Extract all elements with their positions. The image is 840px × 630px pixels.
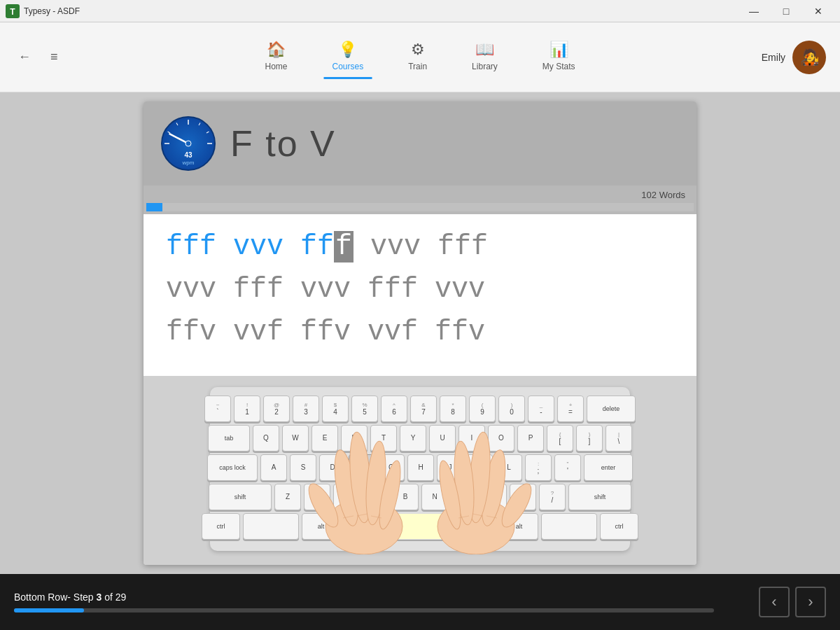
- key-shift-left[interactable]: shift: [209, 484, 272, 510]
- key-l[interactable]: L: [496, 454, 522, 481]
- nav-right: Emily 🧑‍🎤: [762, 41, 826, 74]
- key-tilde[interactable]: ~`: [204, 396, 231, 422]
- key-5[interactable]: %5: [351, 396, 378, 422]
- key-ctrl-right[interactable]: ctrl: [600, 513, 638, 540]
- nav-item-library[interactable]: 📖 Library: [463, 35, 506, 79]
- typing-area[interactable]: fff vvv fff vvv fff vvv fff vvv fff vvv …: [144, 214, 696, 376]
- key-shift-right[interactable]: shift: [568, 484, 631, 510]
- keyboard: ~` !1 @2 #3 $4 %5 ^6 &7 *8 (9 )0 _- += d…: [210, 387, 630, 551]
- minimize-button[interactable]: —: [738, 0, 770, 22]
- word-vvv-1: vvv: [233, 231, 284, 262]
- key-g[interactable]: G: [378, 454, 405, 481]
- key-e[interactable]: E: [312, 425, 338, 451]
- user-avatar[interactable]: 🧑‍🎤: [792, 41, 826, 74]
- menu-icon: ≡: [50, 50, 58, 64]
- key-3[interactable]: #3: [293, 396, 319, 422]
- back-button[interactable]: ←: [14, 46, 35, 69]
- key-lbracket[interactable]: {[: [547, 425, 573, 451]
- key-capslock[interactable]: caps lock: [207, 454, 258, 481]
- key-win-right[interactable]: [541, 513, 597, 540]
- key-n[interactable]: N: [421, 484, 448, 510]
- prev-button[interactable]: ‹: [759, 587, 790, 617]
- key-i[interactable]: I: [458, 425, 485, 451]
- key-win[interactable]: [243, 513, 299, 540]
- key-slash[interactable]: ?/: [539, 484, 566, 510]
- nav-mystats-label: My Stats: [542, 62, 575, 71]
- key-semicolon[interactable]: :;: [525, 454, 552, 481]
- key-9[interactable]: (9: [469, 396, 496, 422]
- key-t[interactable]: T: [370, 425, 397, 451]
- key-backslash[interactable]: |\: [606, 425, 632, 451]
- text-line-1: fff vvv fff vvv fff: [166, 231, 674, 262]
- app-icon: T: [6, 4, 20, 18]
- key-ctrl-left[interactable]: ctrl: [202, 513, 240, 540]
- key-backspace[interactable]: delete: [587, 396, 636, 422]
- word-fff-1: fff: [166, 231, 216, 262]
- nav-courses-label: Courses: [332, 62, 364, 71]
- next-button[interactable]: ›: [795, 587, 826, 617]
- key-a[interactable]: A: [260, 454, 287, 481]
- key-0[interactable]: )0: [498, 396, 525, 422]
- key-minus[interactable]: _-: [528, 396, 554, 422]
- key-f[interactable]: F: [349, 454, 375, 481]
- lesson-container: 43 wpm F to V 102 Words fff vvv fff vvv …: [144, 102, 696, 565]
- maximize-button[interactable]: □: [770, 0, 802, 22]
- key-r[interactable]: R: [341, 425, 368, 451]
- user-name: Emily: [762, 52, 785, 63]
- nav-item-mystats[interactable]: 📊 My Stats: [534, 35, 584, 79]
- key-space[interactable]: [343, 513, 497, 540]
- back-icon: ←: [18, 50, 31, 64]
- key-equals[interactable]: +=: [557, 396, 584, 422]
- key-z[interactable]: Z: [274, 484, 301, 510]
- key-p[interactable]: P: [517, 425, 544, 451]
- lesson-title: F to V: [230, 122, 336, 164]
- nav-left: ← ≡: [14, 46, 62, 69]
- home-icon: 🏠: [267, 41, 286, 59]
- avatar-emoji: 🧑‍🎤: [800, 48, 819, 66]
- nav-item-home[interactable]: 🏠 Home: [257, 35, 296, 79]
- key-alt-left[interactable]: alt: [302, 513, 340, 540]
- mystats-icon: 📊: [550, 41, 568, 59]
- key-row-numbers: ~` !1 @2 #3 $4 %5 ^6 &7 *8 (9 )0 _- += d…: [218, 396, 622, 422]
- key-w[interactable]: W: [282, 425, 309, 451]
- nav-item-courses[interactable]: 💡 Courses: [324, 35, 372, 79]
- key-m[interactable]: M: [451, 484, 477, 510]
- key-u[interactable]: U: [429, 425, 456, 451]
- key-b[interactable]: B: [392, 484, 419, 510]
- key-h[interactable]: H: [407, 454, 434, 481]
- key-tab[interactable]: tab: [208, 425, 250, 451]
- key-o[interactable]: O: [488, 425, 514, 451]
- close-button[interactable]: ✕: [802, 0, 834, 22]
- key-row-zxcv: shift Z X C V B N M <, >. ?/ shift: [218, 484, 622, 510]
- key-rbracket[interactable]: }]: [576, 425, 603, 451]
- key-comma[interactable]: <,: [480, 484, 507, 510]
- key-2[interactable]: @2: [263, 396, 290, 422]
- key-7[interactable]: &7: [410, 396, 437, 422]
- menu-button[interactable]: ≡: [46, 46, 62, 69]
- key-enter[interactable]: enter: [584, 454, 633, 481]
- key-j[interactable]: J: [437, 454, 463, 481]
- key-quote[interactable]: "': [554, 454, 581, 481]
- key-period[interactable]: >.: [510, 484, 536, 510]
- nav-item-train[interactable]: ⚙ Train: [400, 35, 435, 79]
- key-s[interactable]: S: [290, 454, 316, 481]
- key-6[interactable]: ^6: [381, 396, 407, 422]
- key-x[interactable]: X: [304, 484, 330, 510]
- speedometer: 43 wpm: [160, 115, 216, 172]
- svg-point-11: [186, 141, 191, 146]
- key-row-asdf: caps lock A S D F G H J K L :; "' enter: [218, 454, 622, 481]
- key-1[interactable]: !1: [234, 396, 260, 422]
- key-alt-right[interactable]: alt: [500, 513, 538, 540]
- key-4[interactable]: $4: [322, 396, 349, 422]
- key-y[interactable]: Y: [400, 425, 426, 451]
- key-d[interactable]: D: [319, 454, 346, 481]
- key-v[interactable]: V: [363, 484, 389, 510]
- key-8[interactable]: *8: [440, 396, 466, 422]
- word-fff-3: fff: [438, 231, 488, 262]
- word-count: 102 Words: [144, 190, 696, 203]
- key-q[interactable]: Q: [253, 425, 279, 451]
- key-k[interactable]: K: [466, 454, 493, 481]
- step-info: Bottom Row- Step 3 of 29: [14, 592, 714, 612]
- nav-arrows: ‹ ›: [759, 587, 826, 617]
- key-c[interactable]: C: [333, 484, 360, 510]
